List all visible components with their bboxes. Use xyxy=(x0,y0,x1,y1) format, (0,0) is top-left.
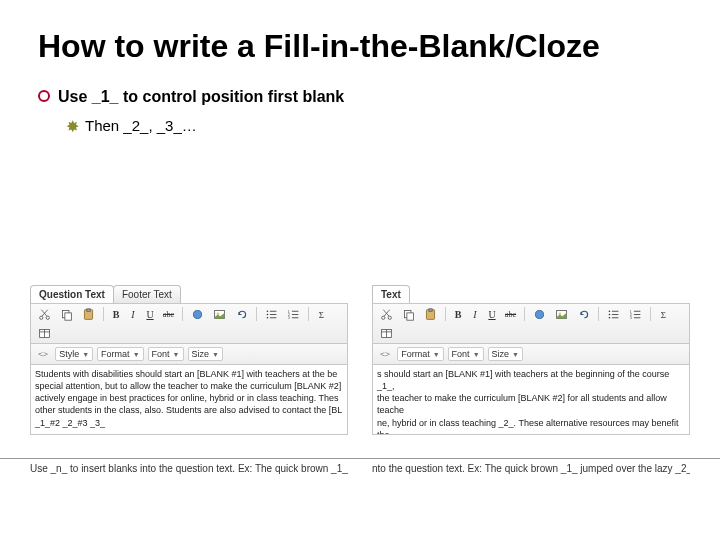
svg-line-2 xyxy=(42,309,48,316)
link-icon[interactable] xyxy=(188,306,207,322)
svg-line-30 xyxy=(383,309,389,316)
editor-panels: Question Text Footer Text B I U abc 123 … xyxy=(0,285,720,435)
italic-button[interactable]: I xyxy=(468,306,482,322)
table-icon[interactable] xyxy=(35,325,54,341)
chevron-down-icon: ▼ xyxy=(173,351,180,358)
left-editor-panel: Question Text Footer Text B I U abc 123 … xyxy=(30,285,348,435)
html-source-button[interactable]: <> xyxy=(377,346,393,362)
svg-rect-7 xyxy=(87,308,90,310)
right-editor-textarea[interactable]: s should start an [BLANK #1] with teache… xyxy=(372,365,690,435)
paste-icon[interactable] xyxy=(421,306,440,322)
style-dropdown[interactable]: Style▼ xyxy=(55,347,93,361)
star-bullet-icon: ✸ xyxy=(66,119,79,135)
toolbar-separator xyxy=(103,307,104,321)
svg-text:Σ: Σ xyxy=(661,309,666,319)
right-toolbar-row2: <> Format▼ Font▼ Size▼ xyxy=(372,344,690,365)
tab-text[interactable]: Text xyxy=(372,285,410,303)
link-icon[interactable] xyxy=(530,306,549,322)
svg-point-11 xyxy=(267,310,269,312)
paste-icon[interactable] xyxy=(79,306,98,322)
bullet-list-icon[interactable] xyxy=(604,306,623,322)
left-tabs: Question Text Footer Text xyxy=(30,285,348,303)
svg-point-35 xyxy=(536,310,544,318)
toolbar-separator xyxy=(598,307,599,321)
bold-button[interactable]: B xyxy=(451,306,465,322)
style-dropdown-label: Style xyxy=(59,349,79,359)
equation-icon[interactable]: Σ xyxy=(656,306,675,322)
circle-bullet-icon xyxy=(38,90,50,102)
svg-rect-5 xyxy=(65,312,72,319)
svg-point-28 xyxy=(388,316,391,319)
number-list-icon[interactable]: 123 xyxy=(284,306,303,322)
svg-rect-32 xyxy=(407,312,414,319)
svg-rect-34 xyxy=(429,308,432,310)
equation-icon[interactable]: Σ xyxy=(314,306,333,322)
left-editor-textarea[interactable]: Students with disabilities should start … xyxy=(30,365,348,435)
number-list-icon[interactable]: 123 xyxy=(626,306,645,322)
left-toolbar-row2: <> Style▼ Format▼ Font▼ Size▼ xyxy=(30,344,348,365)
tab-question-text[interactable]: Question Text xyxy=(30,285,114,303)
underline-button[interactable]: U xyxy=(143,306,157,322)
toolbar-separator xyxy=(256,307,257,321)
font-dropdown[interactable]: Font▼ xyxy=(448,347,484,361)
copy-icon[interactable] xyxy=(57,306,76,322)
right-editor-panel: Text B I U abc 123 Σ <> Format▼ Font▼ xyxy=(372,285,690,435)
chevron-down-icon: ▼ xyxy=(82,351,89,358)
chevron-down-icon: ▼ xyxy=(212,351,219,358)
chevron-down-icon: ▼ xyxy=(512,351,519,358)
right-toolbar: B I U abc 123 Σ xyxy=(372,303,690,344)
toolbar-separator xyxy=(524,307,525,321)
svg-point-1 xyxy=(46,316,49,319)
slide-title: How to write a Fill-in-the-Blank/Cloze xyxy=(38,28,682,65)
format-dropdown[interactable]: Format▼ xyxy=(97,347,143,361)
svg-point-8 xyxy=(194,310,202,318)
cut-icon[interactable] xyxy=(377,306,396,322)
bullet-2-text: Then _2_, _3_… xyxy=(85,117,197,134)
chevron-down-icon: ▼ xyxy=(133,351,140,358)
svg-point-0 xyxy=(40,316,43,319)
format-dropdown-label: Format xyxy=(101,349,130,359)
undo-icon[interactable] xyxy=(232,306,251,322)
underline-button[interactable]: U xyxy=(485,306,499,322)
format-dropdown[interactable]: Format▼ xyxy=(397,347,443,361)
bullet-list: Use _1_ to control position first blank … xyxy=(38,87,682,135)
font-dropdown-label: Font xyxy=(452,349,470,359)
chevron-down-icon: ▼ xyxy=(473,351,480,358)
html-source-button[interactable]: <> xyxy=(35,346,51,362)
svg-text:Σ: Σ xyxy=(319,309,324,319)
left-hint-text: Use _n_ to insert blanks into the questi… xyxy=(30,459,348,474)
table-icon[interactable] xyxy=(377,325,396,341)
toolbar-separator xyxy=(182,307,183,321)
cut-icon[interactable] xyxy=(35,306,54,322)
size-dropdown[interactable]: Size▼ xyxy=(488,347,523,361)
size-dropdown-label: Size xyxy=(492,349,510,359)
format-dropdown-label: Format xyxy=(401,349,430,359)
bullet-list-icon[interactable] xyxy=(262,306,281,322)
svg-point-15 xyxy=(267,316,269,318)
hint-row: Use _n_ to insert blanks into the questi… xyxy=(0,458,720,474)
strike-button[interactable]: abc xyxy=(502,306,519,322)
size-dropdown[interactable]: Size▼ xyxy=(188,347,223,361)
toolbar-separator xyxy=(650,307,651,321)
right-hint-text: nto the question text. Ex: The quick bro… xyxy=(372,459,690,474)
svg-point-40 xyxy=(609,313,611,315)
left-toolbar: B I U abc 123 Σ xyxy=(30,303,348,344)
tab-footer-text[interactable]: Footer Text xyxy=(113,285,181,303)
svg-text:3: 3 xyxy=(630,315,632,320)
font-dropdown-label: Font xyxy=(152,349,170,359)
svg-line-3 xyxy=(41,309,47,316)
italic-button[interactable]: I xyxy=(126,306,140,322)
image-icon[interactable] xyxy=(210,306,229,322)
bullet-level-1: Use _1_ to control position first blank xyxy=(38,87,682,107)
svg-line-29 xyxy=(384,309,390,316)
font-dropdown[interactable]: Font▼ xyxy=(148,347,184,361)
bullet-level-2: ✸ Then _2_, _3_… xyxy=(66,117,682,135)
svg-point-27 xyxy=(382,316,385,319)
undo-icon[interactable] xyxy=(574,306,593,322)
copy-icon[interactable] xyxy=(399,306,418,322)
strike-button[interactable]: abc xyxy=(160,306,177,322)
chevron-down-icon: ▼ xyxy=(433,351,440,358)
bold-button[interactable]: B xyxy=(109,306,123,322)
image-icon[interactable] xyxy=(552,306,571,322)
bullet-1-text: Use _1_ to control position first blank xyxy=(58,87,344,107)
